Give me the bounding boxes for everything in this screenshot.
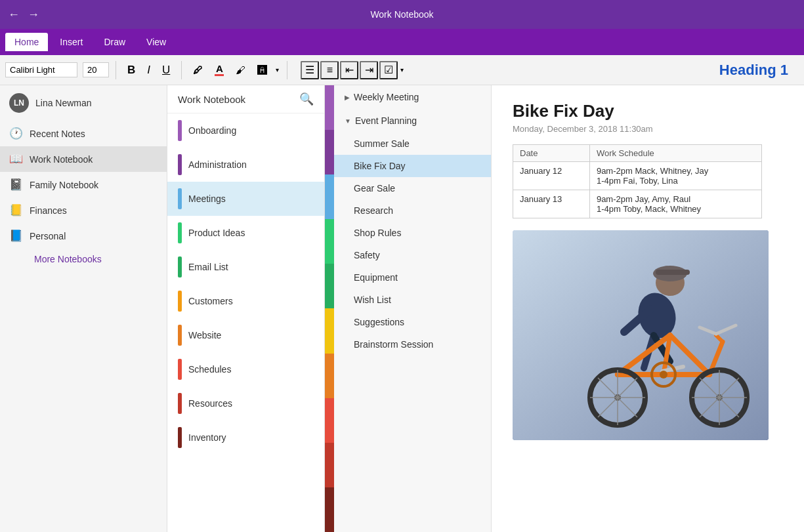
personal-icon: 📘 [9,229,23,243]
bike-illustration [513,230,769,440]
bold-button[interactable]: B [123,61,140,79]
event-planning-label: Event Planning [355,115,417,126]
tab-purple[interactable] [325,85,334,130]
page-bike-fix-day[interactable]: Bike Fix Day [334,155,491,177]
section-customers[interactable]: Customers [167,284,324,318]
forward-button[interactable]: → [28,8,39,22]
svg-point-38 [660,371,667,379]
sidebar: LN Lina Newman 🕐 Recent Notes 📖 Work Not… [0,85,167,532]
page-wish-list[interactable]: Wish List [334,289,491,311]
recent-icon: 🕐 [9,127,23,140]
pages-group-weekly-meeting[interactable]: ▶ Weekly Meeting [334,85,491,109]
sections-area: Work Notebook 🔍 Onboarding Administratio… [167,85,334,532]
finances-icon: 📒 [9,203,23,217]
tab-red[interactable] [325,398,334,443]
user-avatar: LN [9,93,29,113]
section-meetings[interactable]: Meetings [167,182,324,216]
bike-image [513,230,769,440]
page-gear-sale[interactable]: Gear Sale [334,177,491,199]
page-title: Bike Fix Day [513,101,783,121]
sidebar-item-family-label: Family Notebook [30,180,98,190]
section-schedules-label: Schedules [188,364,231,375]
toolbar: B I U 🖊 A 🖌 🅰 ▾ ☰ ≡ ⇤ ⇥ ☑ ▾ Heading 1 [0,55,804,85]
sidebar-item-recent[interactable]: 🕐 Recent Notes [0,121,167,146]
section-inventory[interactable]: Inventory [167,420,324,455]
indent-button[interactable]: ⇥ [360,61,378,79]
list-tools: ☰ ≡ ⇤ ⇥ ☑ ▾ [301,61,405,79]
sidebar-item-recent-label: Recent Notes [30,129,85,139]
outdent-button[interactable]: ⇤ [340,61,358,79]
back-button[interactable]: ← [8,8,20,22]
section-customers-label: Customers [188,296,233,306]
font-size-input[interactable] [83,62,109,77]
page-suggestions[interactable]: Suggestions [334,311,491,333]
section-resources[interactable]: Resources [167,386,324,420]
section-email-label: Email List [188,262,228,272]
window-title: Work Notebook [370,9,433,20]
more-notebooks-link[interactable]: More Notebooks [25,249,167,270]
sidebar-item-family[interactable]: 📓 Family Notebook [0,172,167,197]
checkbox-button[interactable]: ☑ [379,61,398,79]
section-email[interactable]: Email List [167,250,324,284]
tab-maroon[interactable] [325,487,334,532]
section-website-label: Website [188,330,221,340]
sidebar-item-finances[interactable]: 📒 Finances [0,197,167,223]
font-color-button[interactable]: A [210,61,228,79]
section-onboarding[interactable]: Onboarding [167,113,324,148]
menu-draw[interactable]: Draw [95,33,135,51]
tab-dark-purple[interactable] [325,130,334,174]
tab-yellow[interactable] [325,308,334,353]
tab-dark-red[interactable] [325,443,334,487]
underline-button[interactable]: U [158,61,175,79]
table-cell-date-2: January 13 [513,190,590,218]
section-website[interactable]: Website [167,318,324,352]
tab-blue[interactable] [325,174,334,219]
pages-group-event-planning[interactable]: ▼ Event Planning [334,109,491,133]
tab-orange[interactable] [325,354,334,398]
table-header-schedule: Work Schedule [589,145,761,162]
table-cell-schedule-2: 9am-2pm Jay, Amy, Raul 1-4pm Toby, Mack,… [589,190,761,218]
toolbar-separator-2 [181,61,182,79]
color-tabs-strip [325,85,334,532]
page-research[interactable]: Research [334,199,491,222]
page-shop-rules[interactable]: Shop Rules [334,222,491,244]
menu-home[interactable]: Home [5,33,48,51]
section-administration-label: Administration [188,159,247,170]
italic-button[interactable]: I [142,61,155,79]
section-product[interactable]: Product Ideas [167,216,324,250]
page-meta: Monday, December 3, 2018 11:30am [513,124,783,134]
section-administration[interactable]: Administration [167,148,324,182]
highlight-icon: 🖊 [193,65,203,75]
sidebar-item-personal[interactable]: 📘 Personal [0,223,167,249]
bullet-list-button[interactable]: ☰ [301,61,319,79]
weekly-meeting-label: Weekly Meeting [354,92,419,102]
tab-dark-green[interactable] [325,264,334,308]
font-color-icon: A [215,64,224,76]
tab-green[interactable] [325,219,334,264]
menu-view[interactable]: View [137,33,175,51]
page-summer-sale[interactable]: Summer Sale [334,133,491,155]
toolbar-separator-3 [287,61,287,79]
content-area: Bike Fix Day Monday, December 3, 2018 11… [492,85,804,532]
table-header-date: Date [513,145,590,162]
search-button[interactable]: 🔍 [299,92,314,106]
styles-dropdown[interactable]: ▾ [274,64,280,76]
list-dropdown[interactable]: ▾ [399,64,405,76]
section-schedules[interactable]: Schedules [167,352,324,386]
page-safety[interactable]: Safety [334,244,491,266]
numbered-list-button[interactable]: ≡ [320,61,339,79]
menu-insert[interactable]: Insert [51,33,92,51]
highlight-button[interactable]: 🖊 [188,62,207,77]
sidebar-item-work[interactable]: 📖 Work Notebook [0,146,167,172]
notebook-name: Work Notebook [178,94,245,105]
styles-button[interactable]: 🅰 [253,62,272,78]
page-equipment[interactable]: Equipment [334,266,491,289]
sidebar-item-finances-label: Finances [30,205,67,216]
user-name: Lina Newman [35,98,92,108]
weekly-meeting-chevron: ▶ [345,94,350,101]
font-name-input[interactable] [5,62,77,77]
table-cell-schedule-1: 9am-2pm Mack, Whitney, Jay 1-4pm Fai, To… [589,162,761,190]
page-brainstorm-session[interactable]: Brainstorm Session [334,333,491,356]
menu-bar: Home Insert Draw View [0,29,804,55]
format-painter-button[interactable]: 🖌 [231,62,250,78]
